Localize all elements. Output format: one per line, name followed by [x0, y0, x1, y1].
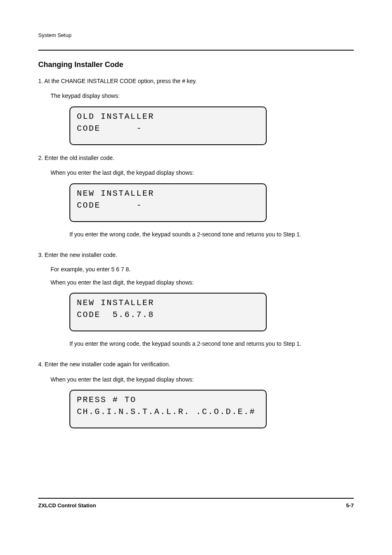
- step-4-line: 4. Enter the new installer code again fo…: [38, 360, 354, 369]
- section-title: Changing Installer Code: [38, 60, 354, 69]
- lcd-display-4: PRESS # TO CH.G.I.N.S.T.A.L.R. .C.O.D.E.…: [69, 390, 267, 428]
- step-4-after: When you enter the last digit, the keypa…: [51, 375, 354, 384]
- lcd-3-line-2: CODE 5.6.7.8: [77, 310, 259, 320]
- top-rule: [38, 50, 354, 51]
- bottom-rule: [38, 498, 354, 499]
- step-3-line: 3. Enter the new installer code.: [38, 250, 354, 259]
- wrong-code-note-2: If you enter the wrong code, the keypad …: [69, 340, 323, 348]
- lcd-display-1: OLD INSTALLER CODE -: [69, 106, 267, 145]
- lcd-4-line-2: CH.G.I.N.S.T.A.L.R. .C.O.D.E.#: [77, 407, 259, 417]
- lcd-display-3: NEW INSTALLER CODE 5.6.7.8: [69, 293, 267, 331]
- footer-right: 5-7: [346, 502, 354, 509]
- lcd-display-2: NEW INSTALLER CODE -: [69, 183, 267, 222]
- wrong-code-note-1: If you enter the wrong code, the keypad …: [69, 230, 323, 239]
- step-1-after: The keypad display shows:: [51, 91, 354, 100]
- step-3-after: When you enter the last digit, the keypa…: [51, 278, 354, 287]
- header-text: System Setup: [38, 32, 354, 38]
- step-2-line: 2. Enter the old installer code.: [38, 153, 354, 162]
- lcd-2-line-1: NEW INSTALLER: [77, 188, 259, 199]
- lcd-2-line-2: CODE -: [77, 200, 259, 210]
- step-1-line: 1. At the CHANGE INSTALLER CODE option, …: [38, 76, 354, 86]
- page-content: System Setup Changing Installer Code 1. …: [0, 0, 392, 428]
- step-2-after: When you enter the last digit, the keypa…: [51, 168, 354, 177]
- lcd-1-line-1: OLD INSTALLER: [77, 111, 259, 122]
- lcd-4-line-1: PRESS # TO: [77, 395, 259, 405]
- lcd-3-line-1: NEW INSTALLER: [77, 298, 259, 308]
- step-3-sub: For example, you enter 5 6 7 8.: [51, 265, 354, 274]
- lcd-1-line-2: CODE -: [77, 123, 259, 134]
- footer-left: ZXLCD Control Station: [38, 502, 96, 509]
